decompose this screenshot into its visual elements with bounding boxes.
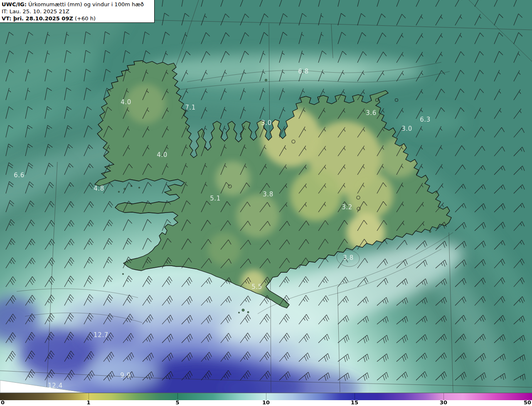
colorbar-labels: 01510153050 <box>0 400 532 406</box>
title-line-2: IT: Lau. 25. 10. 2025 21Z <box>2 8 154 15</box>
colorbar-tick-label: 30 <box>440 400 447 406</box>
title-line-3: VT: þri. 28.10.2025 09Z (+60 h) <box>2 15 154 22</box>
colorbar-tick-label: 0 <box>1 400 5 406</box>
colorbar-tick-label: 5 <box>175 400 179 406</box>
product-title: Úrkomumætti (mm) og vindur i 100m hæð <box>27 1 144 7</box>
colorbar-tick-label: 15 <box>351 400 358 406</box>
title-box: UWC/IG: Úrkomumætti (mm) og vindur i 100… <box>0 0 155 23</box>
colorbar-tick-label: 10 <box>262 400 270 406</box>
product-id: UWC/IG: <box>2 1 27 7</box>
init-time-label: IT: <box>2 8 8 15</box>
valid-time: VT: þri. 28.10.2025 09Z <box>2 15 73 22</box>
weather-map-canvas <box>0 0 532 393</box>
weather-map-app: 6.84.07.13.03.63.06.34.06.64.85.13.83.23… <box>0 0 532 406</box>
init-time: Lau. 25. 10. 2025 21Z <box>8 8 69 15</box>
colorbar-tick-label: 1 <box>86 400 90 406</box>
forecast-hour: (+60 h) <box>73 15 96 22</box>
title-line-1: UWC/IG: Úrkomumætti (mm) og vindur i 100… <box>2 1 154 8</box>
colorbar-tick-label: 50 <box>524 400 531 406</box>
